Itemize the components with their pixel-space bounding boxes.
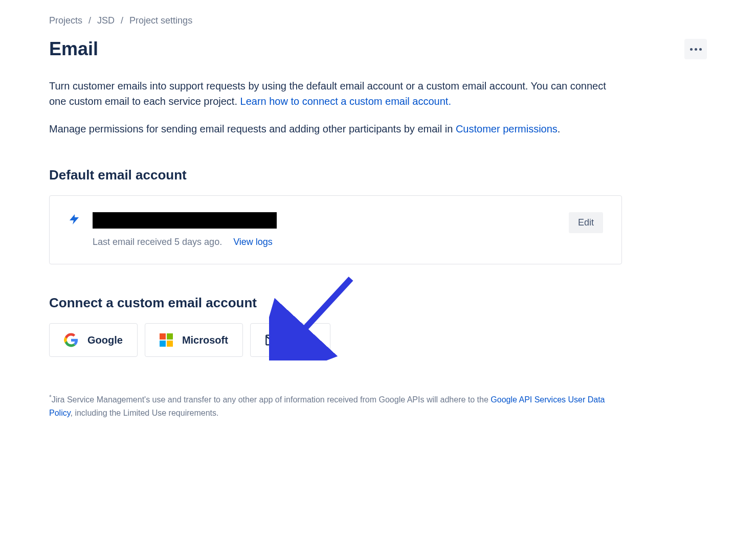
connect-other-button[interactable]: Other (250, 323, 330, 357)
default-email-heading: Default email account (49, 167, 707, 183)
edit-default-email-button[interactable]: Edit (569, 212, 603, 233)
more-actions-button[interactable] (684, 39, 707, 59)
connect-custom-heading: Connect a custom email account (49, 295, 707, 311)
intro-paragraph-2: Manage permissions for sending email req… (49, 121, 622, 137)
envelope-icon (265, 333, 279, 347)
customer-permissions-link[interactable]: Customer permissions (456, 123, 558, 134)
learn-connect-link[interactable]: Learn how to connect a custom email acco… (240, 96, 451, 107)
breadcrumb-project-settings[interactable]: Project settings (129, 15, 192, 26)
last-received-text: Last email received 5 days ago. (93, 237, 222, 247)
page-title: Email (49, 38, 98, 60)
google-icon (64, 333, 78, 347)
other-label: Other (288, 334, 316, 346)
breadcrumb-projects[interactable]: Projects (49, 15, 82, 26)
breadcrumb-jsd[interactable]: JSD (97, 15, 115, 26)
microsoft-label: Microsoft (182, 334, 228, 346)
footnote: *Jira Service Management's use and trans… (49, 393, 622, 420)
connect-microsoft-button[interactable]: Microsoft (145, 323, 243, 357)
default-email-card: Last email received 5 days ago. View log… (49, 195, 622, 264)
breadcrumb-separator: / (88, 15, 91, 26)
breadcrumb-separator: / (121, 15, 123, 26)
breadcrumb: Projects / JSD / Project settings (49, 15, 707, 26)
view-logs-link[interactable]: View logs (233, 237, 273, 247)
microsoft-icon (160, 333, 173, 347)
connect-google-button[interactable]: Google (49, 323, 138, 357)
google-label: Google (87, 334, 123, 346)
more-icon (690, 48, 702, 51)
intro-paragraph-1: Turn customer emails into support reques… (49, 78, 622, 109)
default-email-address-redacted (93, 212, 277, 229)
jira-bolt-icon (68, 213, 80, 225)
